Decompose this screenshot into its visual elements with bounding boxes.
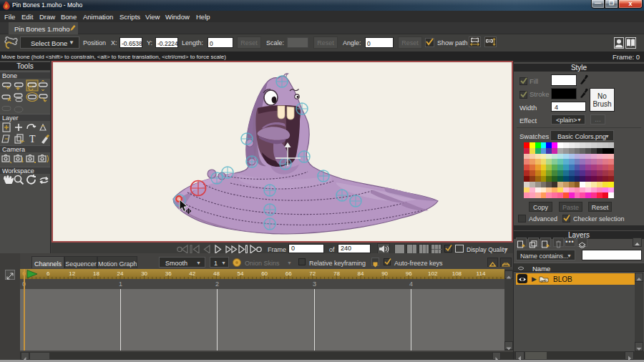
svg-text:102: 102	[428, 270, 438, 277]
svg-text:96: 96	[406, 270, 412, 277]
svg-text:24: 24	[117, 270, 124, 277]
svg-text:6: 6	[47, 270, 50, 277]
svg-text:42: 42	[189, 270, 195, 277]
svg-text:T: T	[29, 134, 36, 145]
svg-text:54: 54	[238, 270, 244, 277]
svg-text:48: 48	[213, 270, 220, 277]
svg-text:18: 18	[93, 270, 99, 277]
svg-text:84: 84	[358, 270, 364, 277]
svg-text:114: 114	[477, 270, 486, 277]
svg-text:78: 78	[333, 270, 340, 277]
svg-text:90: 90	[381, 270, 388, 277]
svg-text:108: 108	[452, 270, 462, 277]
svg-text:30: 30	[141, 270, 147, 277]
svg-text:66: 66	[286, 270, 292, 277]
svg-text:12: 12	[69, 270, 75, 277]
svg-text:60: 60	[261, 270, 268, 277]
svg-text:72: 72	[309, 270, 316, 277]
svg-text:36: 36	[165, 270, 172, 277]
